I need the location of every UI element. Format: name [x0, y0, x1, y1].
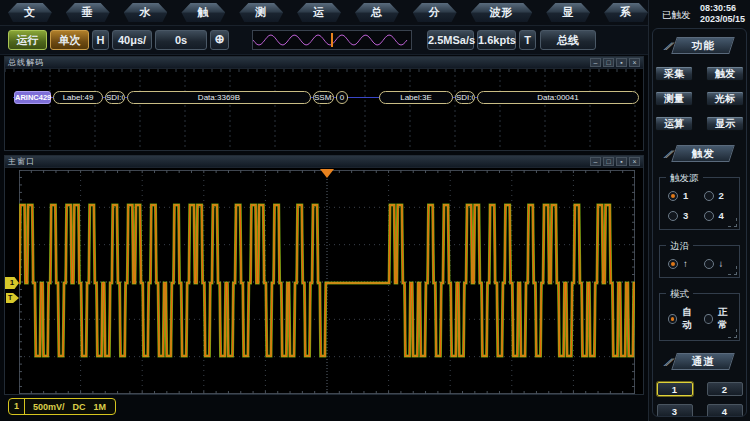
sample-rate-readout: 2.5MSa/s: [427, 30, 474, 50]
trigger-source-radio-2[interactable]: [704, 191, 714, 201]
trigger-level-marker[interactable]: T: [6, 293, 19, 303]
main-panel-header[interactable]: 主窗口 –□▪×: [5, 156, 643, 168]
trigger-source-option-label: 4: [719, 210, 724, 221]
bus-grid: [5, 69, 643, 150]
sdi1-field: SDI:0: [105, 91, 125, 104]
channel1-badge[interactable]: 1 500mV/ DC 1M: [8, 398, 116, 415]
menu-item-system[interactable]: 系统: [604, 3, 648, 22]
restore-icon[interactable]: □: [603, 58, 614, 67]
trigger-edge-option-falling[interactable]: ↓: [704, 258, 736, 269]
function-section-header[interactable]: 功能: [671, 37, 735, 54]
trigger-edge-group: 边沿 ↑↓: [659, 245, 740, 278]
menu-item-analyze[interactable]: 分析: [413, 3, 457, 22]
channel-coupling: DC: [73, 402, 86, 412]
menu-item-display[interactable]: 显示: [546, 3, 590, 22]
menu-item-file[interactable]: 文件: [8, 3, 52, 22]
zoom-in-icon[interactable]: ⊕: [210, 30, 229, 50]
horizontal-offset-button[interactable]: 0s: [155, 30, 207, 50]
bus-toolbar-button[interactable]: 总线: [540, 30, 596, 50]
func-button-cursor[interactable]: 光标: [706, 91, 744, 106]
trigger-edge-radio-rising[interactable]: [668, 259, 678, 269]
trigger-mode-option-auto[interactable]: 自动: [668, 306, 700, 332]
main-panel-title: 主窗口: [8, 156, 35, 167]
close-icon[interactable]: ×: [629, 58, 640, 67]
func-button-acquire[interactable]: 采集: [655, 66, 693, 81]
preview-wave-icon: [253, 31, 411, 49]
horizontal-button[interactable]: H: [92, 30, 109, 50]
channel-impedance: 1M: [94, 402, 107, 412]
channel-button-1[interactable]: 1: [657, 382, 693, 396]
func-button-trigger[interactable]: 触发: [706, 66, 744, 81]
trigger-source-option-label: 3: [683, 210, 688, 221]
trigger-source-option-1[interactable]: 1: [668, 190, 700, 201]
trigger-source-radio-3[interactable]: [668, 211, 678, 221]
trigger-section-header[interactable]: 触发: [671, 145, 735, 162]
toolbar: 运行 单次 H 40μs/ 0s ⊕ 2.5MSa/s 1.6kpts T 总线: [0, 26, 648, 55]
restore-icon[interactable]: □: [603, 157, 614, 166]
trigger-source-option-3[interactable]: 3: [668, 210, 700, 221]
channel-number: 1: [9, 399, 25, 414]
func-button-measure[interactable]: 测量: [655, 91, 693, 106]
menu-item-wavegen[interactable]: 波形发生: [471, 3, 533, 22]
channel1-ground-marker[interactable]: 1: [5, 277, 19, 289]
trigger-source-option-2[interactable]: 2: [704, 190, 736, 201]
trigger-source-radio-1[interactable]: [668, 191, 678, 201]
trigger-status: 已触发: [662, 9, 691, 22]
trigger-mode-radio-normal[interactable]: [704, 314, 713, 324]
trigger-edge-radio-falling[interactable]: [704, 259, 714, 269]
waveform-preview[interactable]: [252, 30, 412, 50]
ssm1-field: SSM:0: [313, 91, 334, 104]
bus-decode-panel: 总线解码 –□▪× ARINC429Label:49SDI:0Data:3369…: [4, 56, 644, 151]
waveform-trace: [19, 170, 635, 394]
close-icon[interactable]: ×: [629, 157, 640, 166]
menu-item-math[interactable]: 运算: [297, 3, 341, 22]
channel-button-4[interactable]: 4: [707, 404, 743, 417]
trigger-mode-radio-auto[interactable]: [668, 314, 677, 324]
func-button-math[interactable]: 运算: [655, 116, 693, 131]
sidebar-panel: ∕∕ 功能 采集触发测量光标运算显示 ∕∕ 触发 触发源 1234 边沿 ↑↓ …: [652, 28, 747, 417]
flag-field: 0: [336, 91, 348, 104]
timebase-button[interactable]: 40μs/: [112, 30, 152, 50]
bus-decode-area: ARINC429Label:49SDI:0Data:3369BSSM:00Lab…: [5, 69, 643, 150]
channel-button-3[interactable]: 3: [657, 404, 693, 417]
oscilloscope-app: 文件垂直水平触发测量运算总线分析波形发生显示系统 运行 单次 H 40μs/ 0…: [0, 0, 750, 421]
single-button[interactable]: 单次: [50, 30, 89, 50]
main-window-controls: –□▪×: [590, 157, 640, 166]
sdi2-field: SDI:0: [455, 91, 475, 104]
menu-item-horizontal[interactable]: 水平: [124, 3, 168, 22]
time: 08:30:56: [700, 3, 745, 14]
trigger-source-option-4[interactable]: 4: [704, 210, 736, 221]
maximize-icon[interactable]: ▪: [616, 58, 627, 67]
trigger-mode-option-normal[interactable]: 正常: [704, 306, 736, 332]
data1-field: Data:3369B: [127, 91, 311, 104]
function-section-header-row: ∕∕ 功能: [653, 37, 746, 54]
trigger-mode-option-label: 正常: [718, 306, 735, 332]
menu-bar: 文件垂直水平触发测量运算总线分析波形发生显示系统: [0, 0, 648, 26]
run-button[interactable]: 运行: [8, 30, 47, 50]
right-sidebar: 已触发 08:30:56 2023/05/15 ∕∕ 功能 采集触发测量光标运算…: [648, 0, 750, 421]
menu-item-measure[interactable]: 测量: [239, 3, 283, 22]
channel-scale: 500mV/: [33, 402, 65, 412]
channel-button-2[interactable]: 2: [707, 382, 743, 396]
maximize-icon[interactable]: ▪: [616, 157, 627, 166]
bus-panel-title: 总线解码: [8, 57, 44, 68]
trigger-mode-option-label: 自动: [682, 306, 699, 332]
menu-item-trigger[interactable]: 触发: [181, 3, 225, 22]
trigger-section-header-row: ∕∕ 触发: [653, 145, 746, 162]
label2-field: Label:3E: [379, 91, 453, 104]
channel-section-header[interactable]: 通道: [671, 353, 735, 370]
minimize-icon[interactable]: –: [590, 58, 601, 67]
trigger-flag: T: [519, 30, 536, 50]
menu-item-bus[interactable]: 总线: [355, 3, 399, 22]
bus-panel-header[interactable]: 总线解码 –□▪×: [5, 57, 643, 69]
trigger-edge-option-rising[interactable]: ↑: [668, 258, 700, 269]
trigger-source-option-label: 1: [683, 190, 688, 201]
data2-field: Data:00041: [477, 91, 639, 104]
minimize-icon[interactable]: –: [590, 157, 601, 166]
func-button-display[interactable]: 显示: [706, 116, 744, 131]
menu-item-vertical[interactable]: 垂直: [66, 3, 110, 22]
trigger-source-radio-4[interactable]: [704, 211, 714, 221]
trigger-position-marker[interactable]: [320, 169, 334, 178]
channel-buttons: 1234: [653, 382, 746, 417]
bus-window-controls: –□▪×: [590, 58, 640, 67]
